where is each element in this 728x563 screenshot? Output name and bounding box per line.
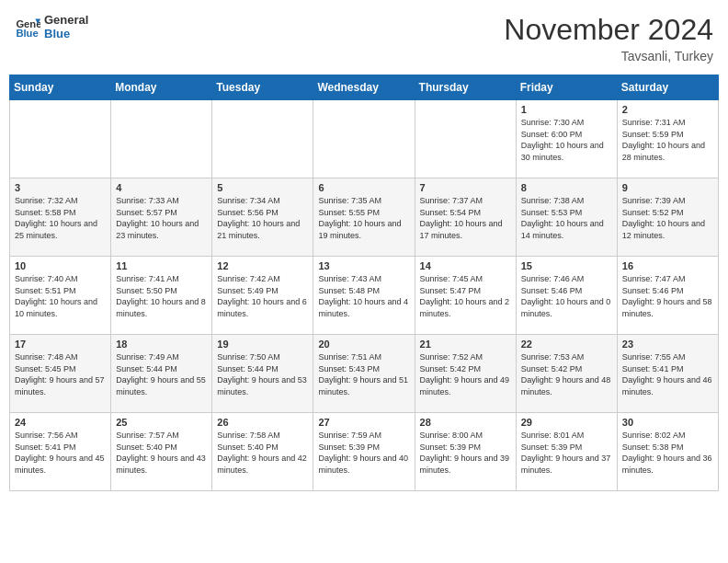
calendar-cell: 30Sunrise: 8:02 AM Sunset: 5:38 PM Dayli…	[617, 413, 718, 491]
location: Tavsanli, Turkey	[504, 49, 713, 63]
day-info: Sunrise: 7:42 AM Sunset: 5:49 PM Dayligh…	[217, 273, 308, 319]
calendar-cell: 28Sunrise: 8:00 AM Sunset: 5:39 PM Dayli…	[415, 413, 516, 491]
calendar-cell: 14Sunrise: 7:45 AM Sunset: 5:47 PM Dayli…	[415, 257, 516, 335]
day-number: 3	[15, 182, 106, 193]
calendar-week-row: 10Sunrise: 7:40 AM Sunset: 5:51 PM Dayli…	[10, 257, 719, 335]
title-block: November 2024 Tavsanli, Turkey	[504, 13, 713, 63]
day-number: 10	[15, 260, 106, 271]
day-info: Sunrise: 7:50 AM Sunset: 5:44 PM Dayligh…	[217, 351, 308, 397]
day-number: 27	[318, 417, 409, 428]
day-of-week-header: Sunday	[10, 75, 111, 100]
day-info: Sunrise: 7:57 AM Sunset: 5:40 PM Dayligh…	[116, 430, 207, 476]
day-number: 30	[622, 417, 713, 428]
day-info: Sunrise: 7:40 AM Sunset: 5:51 PM Dayligh…	[15, 273, 106, 319]
logo-icon: General Blue	[15, 14, 40, 40]
day-of-week-header: Monday	[111, 75, 212, 100]
logo: General Blue General Blue	[15, 13, 88, 40]
calendar-week-row: 24Sunrise: 7:56 AM Sunset: 5:41 PM Dayli…	[10, 413, 719, 491]
day-of-week-header: Saturday	[617, 75, 718, 100]
calendar-cell: 10Sunrise: 7:40 AM Sunset: 5:51 PM Dayli…	[10, 257, 111, 335]
day-info: Sunrise: 7:34 AM Sunset: 5:56 PM Dayligh…	[217, 195, 308, 241]
day-of-week-header: Friday	[516, 75, 617, 100]
calendar-week-row: 3Sunrise: 7:32 AM Sunset: 5:58 PM Daylig…	[10, 178, 719, 257]
calendar-cell: 20Sunrise: 7:51 AM Sunset: 5:43 PM Dayli…	[313, 335, 415, 413]
calendar-cell: 3Sunrise: 7:32 AM Sunset: 5:58 PM Daylig…	[10, 178, 111, 257]
calendar-cell: 4Sunrise: 7:33 AM Sunset: 5:57 PM Daylig…	[111, 178, 212, 257]
day-number: 28	[420, 417, 511, 428]
calendar-cell	[10, 100, 111, 178]
calendar-cell: 11Sunrise: 7:41 AM Sunset: 5:50 PM Dayli…	[111, 257, 212, 335]
day-info: Sunrise: 7:47 AM Sunset: 5:46 PM Dayligh…	[622, 273, 713, 319]
day-number: 15	[521, 260, 612, 271]
calendar-header-row: SundayMondayTuesdayWednesdayThursdayFrid…	[10, 75, 719, 100]
day-info: Sunrise: 7:30 AM Sunset: 6:00 PM Dayligh…	[521, 117, 612, 163]
day-number: 14	[420, 260, 511, 271]
day-number: 5	[217, 182, 308, 193]
logo-line2: Blue	[44, 27, 88, 40]
day-info: Sunrise: 8:00 AM Sunset: 5:39 PM Dayligh…	[420, 430, 511, 476]
calendar-cell: 5Sunrise: 7:34 AM Sunset: 5:56 PM Daylig…	[212, 178, 313, 257]
day-number: 11	[116, 260, 207, 271]
day-number: 7	[420, 182, 511, 193]
day-info: Sunrise: 7:32 AM Sunset: 5:58 PM Dayligh…	[15, 195, 106, 241]
calendar-cell: 17Sunrise: 7:48 AM Sunset: 5:45 PM Dayli…	[10, 335, 111, 413]
day-info: Sunrise: 8:02 AM Sunset: 5:38 PM Dayligh…	[622, 430, 713, 476]
month-title: November 2024	[504, 13, 713, 47]
calendar-cell: 8Sunrise: 7:38 AM Sunset: 5:53 PM Daylig…	[516, 178, 617, 257]
day-info: Sunrise: 7:38 AM Sunset: 5:53 PM Dayligh…	[521, 195, 612, 241]
calendar-cell: 19Sunrise: 7:50 AM Sunset: 5:44 PM Dayli…	[212, 335, 313, 413]
day-of-week-header: Tuesday	[212, 75, 313, 100]
day-number: 9	[622, 182, 713, 193]
day-info: Sunrise: 7:35 AM Sunset: 5:55 PM Dayligh…	[318, 195, 409, 241]
day-info: Sunrise: 7:37 AM Sunset: 5:54 PM Dayligh…	[420, 195, 511, 241]
day-number: 16	[622, 260, 713, 271]
svg-text:Blue: Blue	[16, 28, 38, 39]
day-number: 25	[116, 417, 207, 428]
day-info: Sunrise: 7:43 AM Sunset: 5:48 PM Dayligh…	[318, 273, 409, 319]
day-number: 19	[217, 339, 308, 350]
day-info: Sunrise: 7:33 AM Sunset: 5:57 PM Dayligh…	[116, 195, 207, 241]
calendar-cell: 9Sunrise: 7:39 AM Sunset: 5:52 PM Daylig…	[617, 178, 718, 257]
day-info: Sunrise: 7:45 AM Sunset: 5:47 PM Dayligh…	[420, 273, 511, 319]
day-info: Sunrise: 7:55 AM Sunset: 5:41 PM Dayligh…	[622, 351, 713, 397]
calendar-cell: 24Sunrise: 7:56 AM Sunset: 5:41 PM Dayli…	[10, 413, 111, 491]
day-number: 29	[521, 417, 612, 428]
day-info: Sunrise: 7:52 AM Sunset: 5:42 PM Dayligh…	[420, 351, 511, 397]
day-of-week-header: Wednesday	[313, 75, 415, 100]
day-number: 21	[420, 339, 511, 350]
calendar-cell: 22Sunrise: 7:53 AM Sunset: 5:42 PM Dayli…	[516, 335, 617, 413]
day-number: 26	[217, 417, 308, 428]
calendar-cell	[212, 100, 313, 178]
day-info: Sunrise: 8:01 AM Sunset: 5:39 PM Dayligh…	[521, 430, 612, 476]
calendar-table: SundayMondayTuesdayWednesdayThursdayFrid…	[9, 75, 719, 491]
day-number: 18	[116, 339, 207, 350]
calendar-cell	[111, 100, 212, 178]
day-number: 23	[622, 339, 713, 350]
day-info: Sunrise: 7:31 AM Sunset: 5:59 PM Dayligh…	[622, 117, 713, 163]
day-number: 12	[217, 260, 308, 271]
page-header: General Blue General Blue November 2024 …	[9, 9, 719, 67]
day-info: Sunrise: 7:59 AM Sunset: 5:39 PM Dayligh…	[318, 430, 409, 476]
calendar-cell: 12Sunrise: 7:42 AM Sunset: 5:49 PM Dayli…	[212, 257, 313, 335]
day-number: 4	[116, 182, 207, 193]
day-info: Sunrise: 7:39 AM Sunset: 5:52 PM Dayligh…	[622, 195, 713, 241]
day-number: 24	[15, 417, 106, 428]
day-info: Sunrise: 7:56 AM Sunset: 5:41 PM Dayligh…	[15, 430, 106, 476]
calendar-cell: 2Sunrise: 7:31 AM Sunset: 5:59 PM Daylig…	[617, 100, 718, 178]
calendar-cell	[415, 100, 516, 178]
calendar-cell	[313, 100, 415, 178]
calendar-cell: 25Sunrise: 7:57 AM Sunset: 5:40 PM Dayli…	[111, 413, 212, 491]
calendar-cell: 13Sunrise: 7:43 AM Sunset: 5:48 PM Dayli…	[313, 257, 415, 335]
day-info: Sunrise: 7:58 AM Sunset: 5:40 PM Dayligh…	[217, 430, 308, 476]
day-info: Sunrise: 7:48 AM Sunset: 5:45 PM Dayligh…	[15, 351, 106, 397]
calendar-cell: 6Sunrise: 7:35 AM Sunset: 5:55 PM Daylig…	[313, 178, 415, 257]
day-number: 22	[521, 339, 612, 350]
calendar-cell: 23Sunrise: 7:55 AM Sunset: 5:41 PM Dayli…	[617, 335, 718, 413]
day-info: Sunrise: 7:41 AM Sunset: 5:50 PM Dayligh…	[116, 273, 207, 319]
calendar-cell: 27Sunrise: 7:59 AM Sunset: 5:39 PM Dayli…	[313, 413, 415, 491]
calendar-cell: 1Sunrise: 7:30 AM Sunset: 6:00 PM Daylig…	[516, 100, 617, 178]
day-info: Sunrise: 7:53 AM Sunset: 5:42 PM Dayligh…	[521, 351, 612, 397]
calendar-week-row: 1Sunrise: 7:30 AM Sunset: 6:00 PM Daylig…	[10, 100, 719, 178]
day-number: 20	[318, 339, 409, 350]
calendar-cell: 16Sunrise: 7:47 AM Sunset: 5:46 PM Dayli…	[617, 257, 718, 335]
